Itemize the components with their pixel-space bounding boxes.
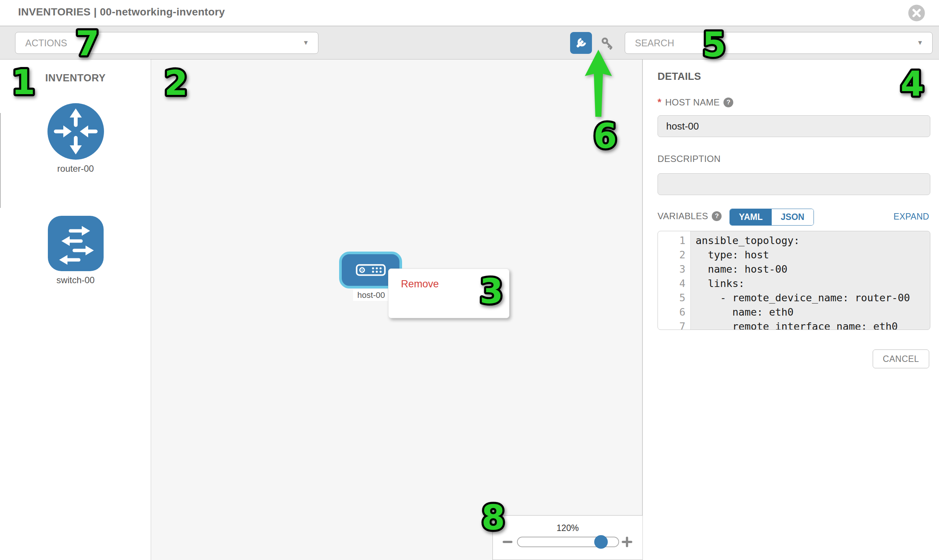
palette-item-router[interactable]: router-00 (0, 103, 151, 174)
palette-item-switch[interactable]: switch-00 (0, 216, 151, 285)
chevron-down-icon (917, 39, 923, 47)
help-icon[interactable] (723, 97, 733, 107)
code-line: 7 remote_interface_name: eth0 (658, 319, 930, 330)
palette-item-label: switch-00 (0, 275, 151, 285)
app-window: INVENTORIES | 00-networking-inventory AC… (0, 0, 939, 560)
line-text: type: host (690, 248, 769, 262)
close-icon (908, 5, 925, 22)
line-number: 4 (658, 277, 690, 291)
line-number: 3 (658, 262, 690, 277)
code-line: 2 type: host (658, 248, 930, 262)
variables-label: VARIABLES (657, 211, 708, 222)
description-field[interactable] (657, 173, 930, 195)
router-icon (48, 103, 104, 160)
search-placeholder: SEARCH (635, 38, 674, 49)
page-header: INVENTORIES | 00-networking-inventory (0, 0, 939, 26)
close-button[interactable] (908, 5, 925, 22)
variables-format-toggle: YAML JSON (729, 209, 814, 226)
line-text: ansible_topology: (690, 234, 800, 248)
configure-tools-button[interactable] (570, 32, 592, 54)
zoom-control: 120% (492, 515, 643, 560)
help-icon[interactable] (712, 211, 722, 221)
host-name-label-row: * HOST NAME (657, 96, 733, 108)
line-text: name: host-00 (690, 262, 788, 277)
palette-item-label: router-00 (0, 163, 151, 174)
actions-dropdown[interactable]: ACTIONS (15, 32, 318, 54)
search-dropdown[interactable]: SEARCH (625, 32, 933, 54)
line-number: 6 (658, 305, 690, 319)
host-name-field[interactable] (657, 115, 930, 137)
switch-icon (48, 216, 103, 271)
line-number: 5 (658, 291, 690, 305)
variables-code-editor[interactable]: 1 ansible_topology: 2 type: host 3 name:… (657, 231, 930, 330)
topology-canvas[interactable]: host-00 Details Remove 120% (151, 60, 643, 560)
zoom-slider-thumb[interactable] (594, 535, 608, 549)
details-panel: DETAILS * HOST NAME DESCRIPTION VARIABLE… (643, 60, 939, 560)
description-label: DESCRIPTION (657, 154, 720, 164)
required-marker: * (657, 96, 661, 108)
context-menu-item-remove[interactable]: Remove (401, 275, 509, 293)
expand-link[interactable]: EXPAND (893, 212, 929, 222)
credentials-key-button[interactable] (600, 35, 616, 52)
details-panel-title: DETAILS (657, 71, 701, 83)
inventory-palette-title: INVENTORY (45, 72, 106, 84)
chevron-down-icon (302, 39, 309, 47)
host-node-label: host-00 (353, 289, 389, 301)
code-line: 6 name: eth0 (658, 305, 930, 319)
variables-label-row: VARIABLES (657, 211, 722, 222)
zoom-level-label: 120% (493, 523, 643, 533)
description-label-row: DESCRIPTION (657, 154, 720, 164)
toggle-yaml[interactable]: YAML (730, 209, 772, 225)
zoom-slider-track[interactable] (517, 537, 619, 547)
page-title: INVENTORIES | 00-networking-inventory (18, 6, 225, 18)
cancel-button[interactable]: CANCEL (873, 349, 929, 368)
zoom-out-button[interactable] (503, 541, 512, 543)
node-context-menu: Details Remove (388, 269, 509, 318)
code-line: 1 ansible_topology: (658, 234, 930, 248)
line-number: 7 (658, 319, 690, 330)
line-number: 1 (658, 234, 690, 248)
host-icon (356, 264, 386, 276)
line-text: name: eth0 (690, 305, 794, 319)
line-text: remote_interface_name: eth0 (690, 319, 897, 330)
host-name-label: HOST NAME (665, 97, 720, 108)
inventory-palette: INVENTORY router-00 (0, 60, 151, 560)
line-number: 2 (658, 248, 690, 262)
actions-dropdown-placeholder: ACTIONS (25, 38, 67, 49)
wrench-icon (574, 36, 588, 50)
line-text: links: (690, 277, 745, 291)
code-line: 4 links: (658, 277, 930, 291)
code-line: 3 name: host-00 (658, 262, 930, 277)
key-icon (600, 35, 616, 52)
zoom-in-button[interactable] (622, 537, 632, 547)
line-text: - remote_device_name: router-00 (690, 291, 910, 305)
toggle-json[interactable]: JSON (772, 209, 814, 225)
toolbar: ACTIONS SEARCH (0, 26, 939, 60)
code-line: 5 - remote_device_name: router-00 (658, 291, 930, 305)
